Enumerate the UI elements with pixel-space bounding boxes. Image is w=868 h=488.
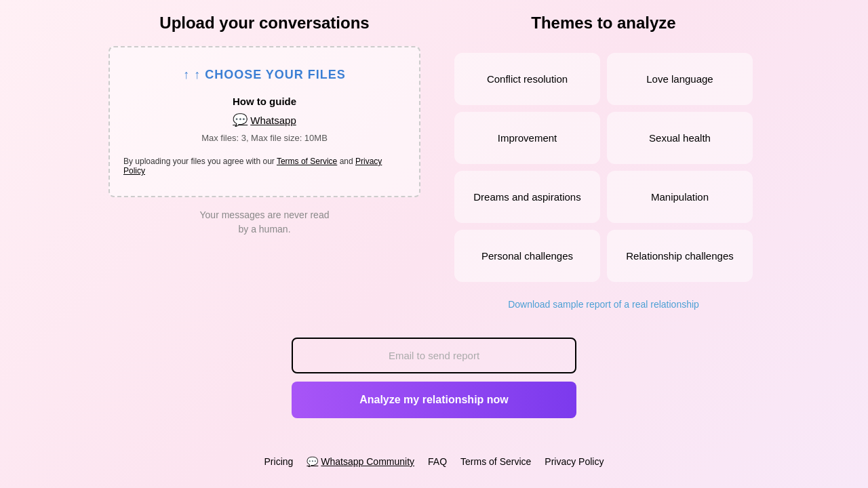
whatsapp-label: Whatsapp xyxy=(250,115,296,126)
themes-title: Themes to analyze xyxy=(448,14,760,33)
upload-panel: Upload your conversations ↑ ↑ CHOOSE YOU… xyxy=(108,14,420,310)
theme-card[interactable]: Relationship challenges xyxy=(607,230,753,282)
terms-of-service-link[interactable]: Terms of Service xyxy=(277,157,337,166)
theme-card[interactable]: Conflict resolution xyxy=(454,53,600,105)
cta-section: Analyze my relationship now xyxy=(108,338,760,418)
privacy-note: Your messages are never readby a human. xyxy=(108,208,420,237)
footer-link-faq[interactable]: FAQ xyxy=(428,456,447,467)
upload-dropzone[interactable]: ↑ ↑ CHOOSE YOUR FILES How to guide 💬 Wha… xyxy=(108,46,420,197)
themes-panel: Themes to analyze Conflict resolutionLov… xyxy=(448,14,760,310)
choose-files-link[interactable]: ↑ ↑ CHOOSE YOUR FILES xyxy=(123,68,406,82)
footer-link-whatsapp-community[interactable]: 💬Whatsapp Community xyxy=(307,456,414,467)
footer-link-pricing[interactable]: Pricing xyxy=(264,456,294,467)
footer-link-privacy-policy[interactable]: Privacy Policy xyxy=(545,456,604,467)
upload-title: Upload your conversations xyxy=(108,14,420,33)
theme-card[interactable]: Dreams and aspirations xyxy=(454,171,600,223)
theme-card[interactable]: Love language xyxy=(607,53,753,105)
theme-card[interactable]: Improvement xyxy=(454,112,600,164)
whatsapp-link[interactable]: 💬 Whatsapp xyxy=(233,113,296,127)
whatsapp-icon: 💬 xyxy=(233,113,248,127)
footer: Pricing💬Whatsapp CommunityFAQTerms of Se… xyxy=(108,445,760,478)
choose-files-label: ↑ CHOOSE YOUR FILES xyxy=(194,68,346,81)
upload-icon: ↑ xyxy=(183,68,190,81)
download-link-container: Download sample report of a real relatio… xyxy=(448,298,760,310)
whatsapp-community-icon: 💬 xyxy=(307,456,318,467)
footer-link-terms-of-service[interactable]: Terms of Service xyxy=(460,456,531,467)
file-limits: Max files: 3, Max file size: 10MB xyxy=(123,133,406,143)
analyze-button[interactable]: Analyze my relationship now xyxy=(292,382,576,418)
download-sample-link[interactable]: Download sample report of a real relatio… xyxy=(508,299,699,310)
theme-card[interactable]: Sexual health xyxy=(607,112,753,164)
email-input[interactable] xyxy=(292,338,576,373)
theme-card[interactable]: Personal challenges xyxy=(454,230,600,282)
how-to-guide-label: How to guide xyxy=(123,96,406,107)
themes-grid: Conflict resolutionLove languageImprovem… xyxy=(448,46,760,289)
theme-card[interactable]: Manipulation xyxy=(607,171,753,223)
terms-text: By uploading your files you agree with o… xyxy=(123,157,406,176)
